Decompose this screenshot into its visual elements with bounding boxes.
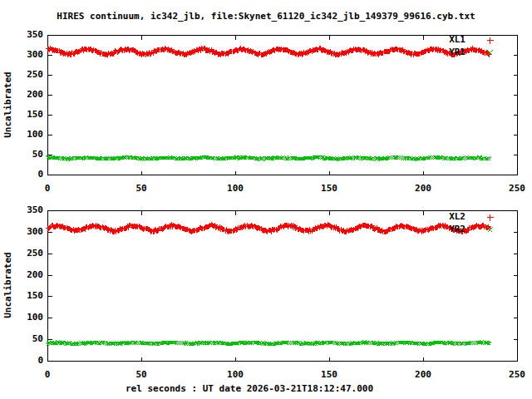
series-points-YR2 <box>47 341 491 347</box>
legend-label-xl2: XL2 <box>382 211 466 223</box>
legend-label-xl1: XL1 <box>382 34 466 46</box>
legend-label-yr1: YR1 <box>382 47 466 58</box>
legend-marker-xl2 <box>487 214 494 221</box>
legend-label-yr2: YR2 <box>382 224 466 235</box>
series-points-YR1 <box>47 156 491 162</box>
plot-svg <box>0 0 532 399</box>
gnuplot-canvas: HIRES continuum, ic342_jlb, file:Skynet_… <box>0 0 532 399</box>
legend-marker-xl1 <box>487 37 494 44</box>
